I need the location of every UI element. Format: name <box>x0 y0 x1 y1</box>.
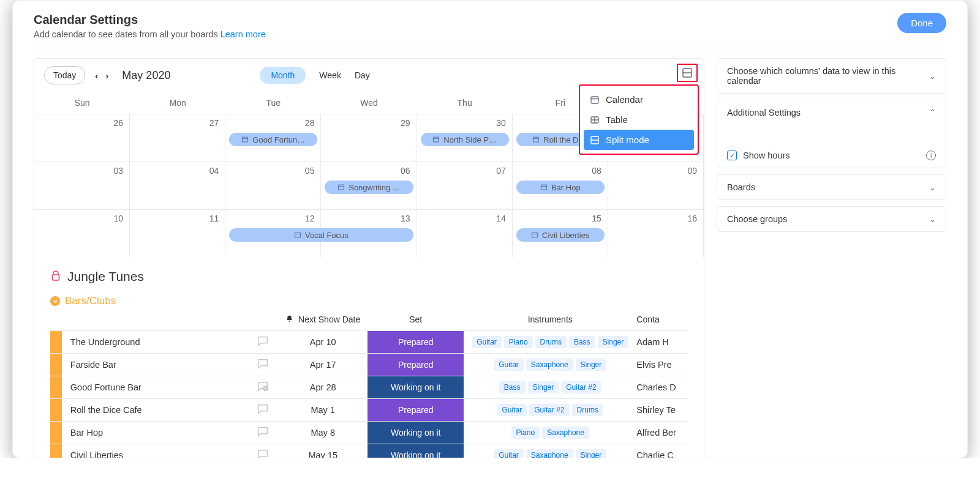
calendar-month-title: May 2020 <box>122 69 170 82</box>
menu-item-split[interactable]: Split mode <box>584 130 694 150</box>
calendar-event[interactable]: Civil Liberties <box>516 228 605 242</box>
status-cell[interactable]: Prepared <box>368 354 464 376</box>
calendar-event[interactable]: Good Fortun… <box>229 133 317 146</box>
calendar-cell[interactable]: 09 <box>608 162 704 209</box>
table-row[interactable]: The UndergroundApr 10PreparedGuitarPiano… <box>50 331 688 354</box>
instruments-cell[interactable]: BassSingerGuitar #2 <box>464 376 636 399</box>
view-month[interactable]: Month <box>260 67 306 84</box>
instrument-tag[interactable]: Singer <box>528 381 559 393</box>
done-button[interactable]: Done <box>897 13 946 33</box>
instruments-cell[interactable]: PianoSaxaphone <box>464 422 636 444</box>
instruments-cell[interactable]: GuitarPianoDrumsBassSinger <box>464 331 636 354</box>
calendar-cell[interactable]: 03 <box>34 162 130 209</box>
contact-cell[interactable]: Adam H <box>636 331 688 354</box>
info-icon[interactable]: i <box>926 151 936 160</box>
instruments-cell[interactable]: GuitarSaxaphoneSinger <box>464 354 636 376</box>
view-day[interactable]: Day <box>355 70 370 80</box>
chat-button[interactable]: 1 <box>247 376 278 399</box>
contact-cell[interactable]: Charles D <box>636 376 688 399</box>
instrument-tag[interactable]: Saxaphone <box>526 449 573 458</box>
boards-panel[interactable]: Boards ⌄ <box>717 174 946 200</box>
date-cell[interactable]: May 15 <box>278 444 368 459</box>
instrument-tag[interactable]: Drums <box>572 404 603 416</box>
learn-more-link[interactable]: Learn more <box>221 29 266 39</box>
instrument-tag[interactable]: Singer <box>598 336 629 348</box>
calendar-event[interactable]: Songwriting … <box>325 181 413 194</box>
calendar-cell[interactable]: 10 <box>34 210 130 257</box>
date-cell[interactable]: May 8 <box>278 422 368 444</box>
table-row[interactable]: Civil LibertiesMay 15Working on itGuitar… <box>50 444 688 459</box>
instrument-tag[interactable]: Guitar #2 <box>529 404 569 416</box>
calendar-cell[interactable]: 07 <box>417 162 513 209</box>
table-row[interactable]: Roll the Dice CafeMay 1PreparedGuitarGui… <box>50 399 688 422</box>
calendar-cell[interactable]: 29 <box>321 114 417 162</box>
groups-panel[interactable]: Choose groups ⌄ <box>717 206 946 232</box>
status-cell[interactable]: Working on it <box>368 376 464 399</box>
calendar-cell[interactable]: 04 <box>130 162 225 209</box>
instrument-tag[interactable]: Bass <box>569 336 595 348</box>
instrument-tag[interactable]: Bass <box>499 381 526 393</box>
instrument-tag[interactable]: Drums <box>535 336 567 348</box>
instruments-cell[interactable]: GuitarGuitar #2Drums <box>464 399 636 422</box>
item-name[interactable]: Roll the Dice Cafe <box>62 399 247 422</box>
instrument-tag[interactable]: Singer <box>576 359 607 371</box>
calendar-event[interactable]: Bar Hop <box>516 181 605 194</box>
columns-panel[interactable]: Choose which columns' data to view in th… <box>717 58 946 94</box>
status-cell[interactable]: Working on it <box>368 444 464 459</box>
date-cell[interactable]: May 1 <box>278 399 368 422</box>
menu-item-table[interactable]: Table <box>584 110 694 130</box>
show-hours-checkbox[interactable]: ✓ <box>727 151 737 160</box>
contact-cell[interactable]: Elvis Pre <box>636 354 688 376</box>
chat-button[interactable] <box>247 422 278 444</box>
instrument-tag[interactable]: Saxaphone <box>542 426 589 439</box>
next-button[interactable]: › <box>105 70 108 81</box>
status-cell[interactable]: Working on it <box>368 422 464 444</box>
contact-cell[interactable]: Charlie C <box>636 444 688 459</box>
calendar-cell[interactable]: 27 <box>130 114 225 162</box>
calendar-event[interactable]: North Side P… <box>421 133 509 146</box>
chat-button[interactable] <box>247 399 278 422</box>
item-name[interactable]: Good Fortune Bar <box>62 376 247 399</box>
chat-button[interactable] <box>247 331 278 354</box>
calendar-cell[interactable]: 16 <box>608 210 704 257</box>
instruments-cell[interactable]: GuitarSaxaphoneSinger <box>464 444 636 459</box>
calendar-cell[interactable]: 14 <box>417 210 513 257</box>
prev-button[interactable]: ‹ <box>95 70 98 81</box>
additional-settings-panel[interactable]: Additional Settings ⌃ ✓ Show hours i <box>717 100 946 168</box>
instrument-tag[interactable]: Singer <box>576 449 607 458</box>
day-header-cell: Tue <box>225 92 321 114</box>
instrument-tag[interactable]: Saxaphone <box>526 359 573 371</box>
instrument-tag[interactable]: Guitar <box>472 336 502 348</box>
table-row[interactable]: Bar HopMay 8Working on itPianoSaxaphoneA… <box>50 422 688 444</box>
calendar-cell[interactable]: 05 <box>225 162 321 209</box>
instrument-tag[interactable]: Piano <box>504 336 533 348</box>
calendar-event[interactable]: Vocal Focus <box>229 228 413 242</box>
date-cell[interactable]: Apr 28 <box>278 376 368 399</box>
view-week[interactable]: Week <box>319 70 341 80</box>
instrument-tag[interactable]: Guitar <box>494 359 524 371</box>
item-name[interactable]: Civil Liberties <box>62 444 247 459</box>
group-header[interactable]: Bars/Clubs <box>50 295 688 307</box>
calendar-cell[interactable]: 26 <box>34 114 130 162</box>
chat-button[interactable] <box>247 444 278 459</box>
item-name[interactable]: Bar Hop <box>62 422 247 444</box>
today-button[interactable]: Today <box>44 66 85 84</box>
date-cell[interactable]: Apr 10 <box>278 331 368 354</box>
table-row[interactable]: Good Fortune Bar1Apr 28Working on itBass… <box>50 376 688 399</box>
table-row[interactable]: Farside BarApr 17PreparedGuitarSaxaphone… <box>50 354 688 376</box>
split-mode-toggle[interactable] <box>677 64 698 82</box>
status-cell[interactable]: Prepared <box>368 331 464 354</box>
contact-cell[interactable]: Shirley Te <box>636 399 688 422</box>
instrument-tag[interactable]: Guitar <box>494 449 524 458</box>
item-name[interactable]: Farside Bar <box>62 354 247 376</box>
instrument-tag[interactable]: Guitar #2 <box>561 381 601 393</box>
contact-cell[interactable]: Alfred Ber <box>636 422 688 444</box>
calendar-cell[interactable]: 11 <box>130 210 225 257</box>
instrument-tag[interactable]: Piano <box>511 426 540 439</box>
date-cell[interactable]: Apr 17 <box>278 354 368 376</box>
chat-button[interactable] <box>247 354 278 376</box>
item-name[interactable]: The Underground <box>62 331 247 354</box>
status-cell[interactable]: Prepared <box>368 399 464 422</box>
menu-item-calendar[interactable]: Calendar <box>584 89 694 110</box>
instrument-tag[interactable]: Guitar <box>497 404 527 416</box>
